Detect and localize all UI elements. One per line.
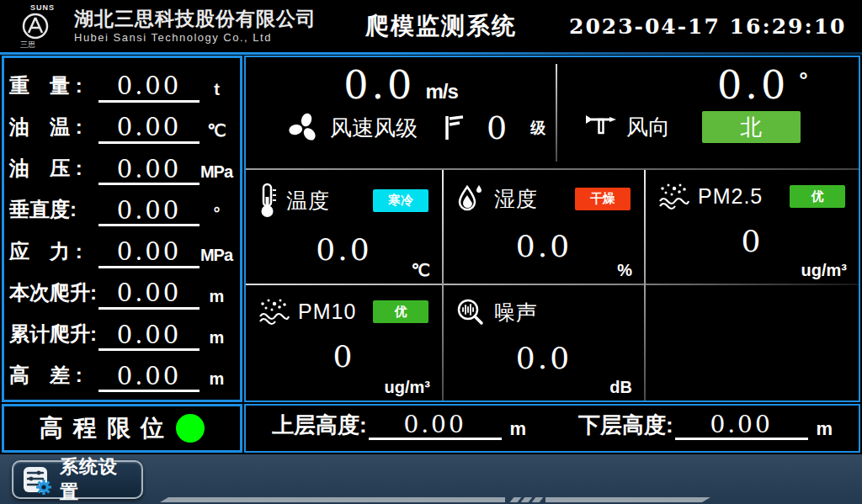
metric-row-oil-temp: 油 温 : 0.00 ℃ [9, 107, 233, 144]
sensor-cell-humidity: 湿度 干燥 0.0 % [444, 170, 644, 284]
wind-speed-value: 0.0 [343, 66, 415, 104]
lower-height-group: 下层高度: 0.00 m [552, 411, 859, 447]
lower-height-unit: m [817, 418, 833, 440]
metric-label: 重 量 : [9, 72, 98, 103]
metric-value: 0.00 [98, 322, 200, 351]
wind-direction-section: 0.0 ° 风向 北 [557, 57, 859, 168]
particles-icon [657, 182, 689, 210]
wind-direction-label: 风向 [626, 113, 670, 142]
sensor-cell-pm25: PM2.5 优 0 ug/m³ [646, 170, 859, 284]
wind-level-flag-icon [443, 114, 465, 142]
wind-level-value: 0 [487, 112, 508, 144]
noise-icon [455, 297, 486, 327]
metrics-panel: 重 量 : 0.00 t 油 温 : 0.00 ℃ 油 压 : 0.00 MPa… [2, 56, 242, 402]
wind-vane-icon [584, 113, 618, 141]
sensor-value: 0.0 [444, 341, 644, 375]
metric-unit: m [200, 369, 233, 392]
wind-direction-unit: ° [799, 67, 807, 93]
elevation-limit-status-indicator [176, 414, 205, 443]
metric-value: 0.00 [98, 280, 200, 309]
status-badge: 寒冷 [373, 189, 428, 212]
thermometer-icon [258, 182, 278, 219]
system-settings-button[interactable]: 系统设置 [12, 460, 143, 499]
metric-label: 累计爬升: [9, 321, 98, 351]
metric-value: 0.00 [98, 114, 200, 143]
sensor-value: 0.0 [444, 229, 644, 263]
wind-speed-label: 风速风级 [330, 114, 418, 143]
metric-row-height-diff: 高 差 : 0.00 m [9, 355, 233, 392]
droplet-icon [455, 182, 486, 215]
metric-label: 高 差 : [9, 362, 98, 392]
sensor-name: 温度 [286, 187, 330, 215]
metric-label: 垂直度: [9, 196, 98, 226]
metric-unit: m [200, 287, 233, 310]
metric-row-current-climb: 本次爬升: 0.00 m [9, 273, 233, 310]
sensor-cell-empty [646, 285, 859, 401]
metric-row-stress: 应 力 : 0.00 MPa [9, 231, 233, 268]
upper-height-label: 上层高度: [272, 411, 367, 440]
metric-label: 应 力 : [9, 238, 98, 268]
metric-row-verticality: 垂直度: 0.00 ° [9, 189, 233, 226]
metric-unit: ℃ [200, 120, 233, 144]
elevation-limit-label: 高程限位 [40, 412, 174, 444]
status-badge: 优 [790, 185, 845, 208]
datetime-display: 2023-04-17 16:29:10 [569, 14, 846, 39]
lower-height-value: 0.00 [675, 412, 808, 439]
layer-height-panel: 上层高度: 0.00 m 下层高度: 0.00 m [244, 404, 860, 453]
metric-row-weight: 重 量 : 0.00 t [9, 66, 233, 103]
metric-unit: ° [200, 204, 233, 226]
logo-sansi-text: 三思 [20, 41, 35, 49]
company-name-cn: 湖北三思科技股份有限公司 [74, 8, 317, 29]
sensor-name: 噪声 [494, 299, 538, 326]
footer-bar: 系统设置 [0, 454, 862, 504]
footer-decor-stripe-right [545, 497, 710, 502]
logo-mark-icon [19, 12, 52, 40]
metric-label: 本次爬升: [9, 279, 98, 310]
metric-value: 0.00 [98, 363, 200, 392]
status-badge: 优 [373, 300, 428, 323]
sensor-unit: ug/m³ [801, 261, 847, 280]
metric-unit: MPa [200, 162, 233, 185]
sensor-unit: % [617, 261, 632, 280]
footer-decor-slash [532, 497, 544, 502]
sensor-unit: ug/m³ [385, 378, 430, 397]
metric-label: 油 压 : [9, 155, 98, 185]
metric-value: 0.00 [98, 157, 200, 185]
sensor-value: 0 [646, 224, 859, 258]
sliders-gear-icon [22, 464, 52, 495]
metric-unit: m [200, 328, 233, 351]
metric-value: 0.00 [98, 239, 200, 268]
sensor-name: PM10 [298, 300, 356, 324]
wind-speed-section: 0.0 m/s 风速风级 [246, 57, 556, 168]
wind-speed-unit: m/s [425, 80, 457, 103]
wind-zone: 0.0 m/s 风速风级 [246, 57, 859, 168]
particles-icon [258, 297, 290, 326]
upper-height-value: 0.00 [369, 412, 502, 439]
company-logo: SUNS 三思 [19, 4, 69, 49]
upper-height-group: 上层高度: 0.00 m [246, 411, 552, 447]
sensor-unit: ℃ [412, 260, 430, 280]
footer-decor-slash [510, 497, 522, 502]
metric-label: 油 温 : [9, 114, 98, 144]
elevation-limit-panel: 高程限位 [2, 404, 242, 453]
wind-direction-badge: 北 [702, 111, 801, 143]
sensor-cell-pm10: PM10 优 0 ug/m³ [246, 285, 442, 401]
footer-decor-slash [521, 497, 533, 502]
sensor-cell-noise: 噪声 0.0 dB [444, 285, 644, 401]
metric-row-oil-pressure: 油 压 : 0.00 MPa [9, 148, 233, 185]
metric-value: 0.00 [98, 198, 200, 226]
metric-unit: t [200, 80, 233, 103]
metric-unit: MPa [200, 246, 233, 268]
upper-height-unit: m [510, 418, 527, 440]
logo-suns-text: SUNS [30, 4, 55, 12]
page-title: 爬模监测系统 [365, 10, 517, 42]
sensor-unit: dB [609, 378, 632, 397]
wind-level-unit: 级 [530, 118, 545, 138]
company-name-en: Hubei Sansi Technology Co., Ltd [74, 32, 317, 45]
sensor-name: 湿度 [494, 185, 538, 213]
header-divider [0, 52, 862, 55]
sensor-value: 0 [246, 339, 442, 374]
sensor-cell-temperature: 温度 寒冷 0.0 ℃ [246, 170, 442, 284]
metric-value: 0.00 [98, 73, 200, 102]
metric-row-total-climb: 累计爬升: 0.00 m [9, 314, 233, 351]
